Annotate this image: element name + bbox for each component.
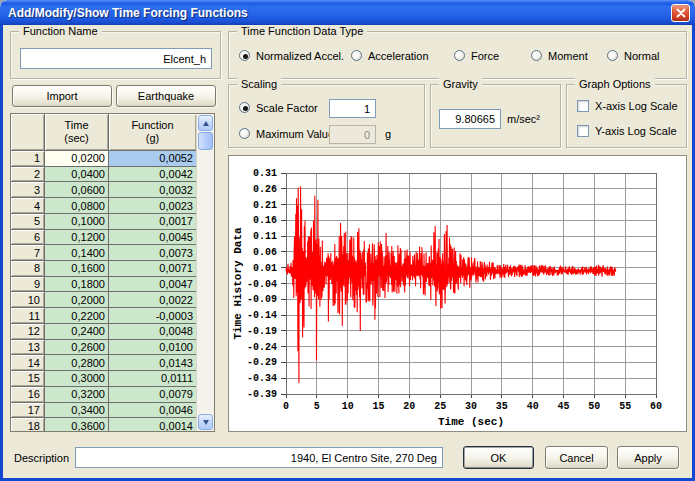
time-cell[interactable]: 0,3000	[45, 371, 109, 387]
row-number-cell[interactable]: 12	[11, 324, 45, 340]
table-row: 60,12000,0045	[11, 230, 196, 246]
svg-text:0.26: 0.26	[253, 184, 277, 195]
close-icon	[676, 8, 686, 18]
table-row: 90,18000,0047	[11, 277, 196, 293]
function-name-input[interactable]	[20, 48, 212, 69]
function-cell[interactable]: 0,0014	[109, 418, 196, 431]
dialog-window: Add/Modify/Show Time Forcing Functions F…	[0, 0, 695, 481]
function-cell[interactable]: 0,0052	[109, 151, 196, 167]
radio-icon	[351, 50, 362, 61]
function-cell[interactable]: 0,0046	[109, 403, 196, 419]
time-cell[interactable]: 0,0400	[45, 167, 109, 183]
function-cell[interactable]: 0,0143	[109, 355, 196, 371]
row-number-cell[interactable]: 4	[11, 198, 45, 214]
time-cell[interactable]: 0,1200	[45, 230, 109, 246]
row-number-cell[interactable]: 10	[11, 292, 45, 308]
description-input[interactable]	[75, 447, 443, 468]
radio-normal[interactable]: Normal	[607, 49, 659, 62]
function-cell[interactable]: 0,0100	[109, 340, 196, 356]
row-number-cell[interactable]: 11	[11, 308, 45, 324]
svg-text:60: 60	[650, 401, 662, 412]
function-cell[interactable]: 0,0047	[109, 277, 196, 293]
row-number-cell[interactable]: 3	[11, 182, 45, 198]
svg-text:-0.19: -0.19	[247, 326, 277, 337]
row-number-cell[interactable]: 14	[11, 355, 45, 371]
row-number-cell[interactable]: 9	[11, 277, 45, 293]
table-row: 80,16000,0071	[11, 261, 196, 277]
function-cell[interactable]: 0,0048	[109, 324, 196, 340]
row-number-cell[interactable]: 17	[11, 403, 45, 419]
function-cell[interactable]: 0,0073	[109, 245, 196, 261]
function-cell[interactable]: 0,0017	[109, 214, 196, 230]
svg-text:0.06: 0.06	[253, 247, 277, 258]
svg-text:40: 40	[527, 401, 539, 412]
time-cell[interactable]: 0,3400	[45, 403, 109, 419]
radio-label: Normalized Accel.	[256, 50, 344, 62]
time-cell[interactable]: 0,3200	[45, 387, 109, 403]
row-number-cell[interactable]: 8	[11, 261, 45, 277]
time-cell[interactable]: 0,1800	[45, 277, 109, 293]
radio-normalized-accel[interactable]: Normalized Accel.	[239, 49, 344, 62]
function-cell[interactable]: 0,0032	[109, 182, 196, 198]
radio-force[interactable]: Force	[454, 49, 499, 62]
function-cell[interactable]: -0,0003	[109, 308, 196, 324]
scrollbar-thumb[interactable]	[198, 132, 213, 150]
checkbox-y-axis-log-scale[interactable]: Y-axis Log Scale	[577, 124, 677, 137]
function-cell[interactable]: 0,0111	[109, 371, 196, 387]
function-cell[interactable]: 0,0042	[109, 167, 196, 183]
svg-text:10: 10	[342, 401, 354, 412]
function-cell[interactable]: 0,0045	[109, 230, 196, 246]
row-number-cell[interactable]: 16	[11, 387, 45, 403]
scaling-group-label: Scaling	[237, 78, 281, 91]
checkbox-x-axis-log-scale[interactable]: X-axis Log Scale	[577, 99, 678, 112]
table-row: 160,32000,0079	[11, 387, 196, 403]
row-number-cell[interactable]: 6	[11, 230, 45, 246]
maximum-value-input[interactable]	[329, 125, 376, 144]
close-button[interactable]	[671, 4, 690, 22]
chart-canvas: 0510152025303540455055600.310.260.210.16…	[229, 156, 686, 431]
function-cell[interactable]: 0,0079	[109, 387, 196, 403]
scroll-down-button[interactable]	[198, 414, 213, 430]
time-cell[interactable]: 0,0600	[45, 182, 109, 198]
radio-icon	[607, 50, 618, 61]
scale-factor-input[interactable]	[329, 99, 376, 118]
gravity-input[interactable]	[439, 109, 501, 129]
ok-button[interactable]: OK	[463, 446, 534, 469]
radio-moment[interactable]: Moment	[531, 49, 588, 62]
import-button[interactable]: Import	[12, 85, 112, 107]
function-cell[interactable]: 0,0071	[109, 261, 196, 277]
time-cell[interactable]: 0,1000	[45, 214, 109, 230]
time-cell[interactable]: 0,2000	[45, 292, 109, 308]
row-number-cell[interactable]: 7	[11, 245, 45, 261]
row-number-cell[interactable]: 5	[11, 214, 45, 230]
apply-button[interactable]: Apply	[617, 446, 679, 469]
time-cell[interactable]: 0,1400	[45, 245, 109, 261]
row-number-cell[interactable]: 13	[11, 340, 45, 356]
scale-factor-radio[interactable]: Scale Factor	[239, 101, 318, 114]
time-cell[interactable]: 0,2800	[45, 355, 109, 371]
time-cell[interactable]: 0,3600	[45, 418, 109, 431]
earthquake-button[interactable]: Earthquake	[116, 85, 216, 107]
svg-text:-0.39: -0.39	[247, 389, 277, 400]
radio-acceleration[interactable]: Acceleration	[351, 49, 429, 62]
row-number-cell[interactable]: 18	[11, 418, 45, 431]
time-cell[interactable]: 0,2200	[45, 308, 109, 324]
row-number-cell[interactable]: 2	[11, 167, 45, 183]
table-scrollbar[interactable]	[196, 114, 214, 431]
time-cell[interactable]: 0,2600	[45, 340, 109, 356]
maximum-value-radio[interactable]: Maximum Value	[239, 127, 334, 140]
table-body: 10,02000,005220,04000,004230,06000,00324…	[11, 151, 196, 431]
time-cell[interactable]: 0,2400	[45, 324, 109, 340]
svg-text:30: 30	[465, 401, 477, 412]
function-cell[interactable]: 0,0023	[109, 198, 196, 214]
row-number-cell[interactable]: 1	[11, 151, 45, 167]
scrollbar-track[interactable]	[197, 150, 214, 413]
time-cell[interactable]: 0,0200	[45, 151, 109, 167]
time-cell[interactable]: 0,0800	[45, 198, 109, 214]
table-row: 50,10000,0017	[11, 214, 196, 230]
function-cell[interactable]: 0,0022	[109, 292, 196, 308]
scroll-up-button[interactable]	[198, 115, 213, 131]
cancel-button[interactable]: Cancel	[545, 446, 608, 469]
row-number-cell[interactable]: 15	[11, 371, 45, 387]
time-cell[interactable]: 0,1600	[45, 261, 109, 277]
